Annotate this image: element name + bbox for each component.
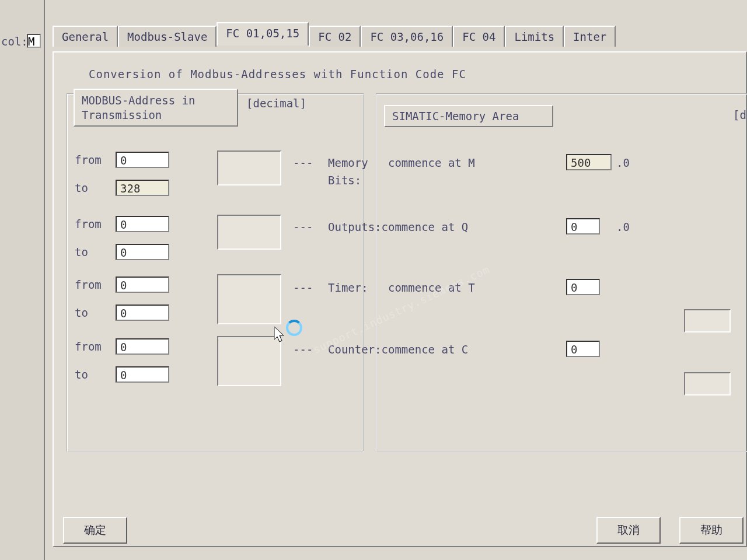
row2-from-field[interactable]: 0	[116, 216, 169, 232]
row1-from-field[interactable]: 0	[116, 152, 169, 168]
row2-display-box	[217, 215, 281, 250]
row1-to: to 328	[75, 180, 169, 196]
simatic-memory-group	[376, 93, 747, 452]
memory-bits-label: Memory commence at M	[328, 156, 475, 169]
from-label-4: from	[75, 340, 110, 353]
row1-display-box	[217, 150, 281, 186]
tab-limits[interactable]: Limits	[505, 26, 564, 47]
to-label-4: to	[75, 368, 110, 381]
from-label: from	[75, 153, 110, 166]
timer-t-field[interactable]: 0	[566, 279, 600, 295]
panel-title: Conversion of Modbus-Addresses with Func…	[89, 68, 734, 80]
decimal-label-right: [decimal	[733, 108, 747, 121]
outputs-q-field[interactable]: 0	[566, 218, 600, 235]
to-label-3: to	[75, 306, 110, 319]
outputs-q-suffix: .0	[616, 220, 630, 233]
modbus-address-legend: MODBUS-Address in Transmission	[74, 89, 238, 127]
tab-inter[interactable]: Inter	[564, 26, 616, 47]
outputs-label: Outputs:commence at Q	[328, 220, 468, 233]
row1-dashes: ---	[293, 156, 313, 169]
tab-panel: Conversion of Modbus-Addresses with Func…	[53, 51, 747, 547]
timer-label: Timer: commence at T	[328, 281, 475, 294]
row1-to-field[interactable]: 328	[116, 180, 169, 196]
row2-from: from 0	[75, 216, 169, 232]
row3-from: from 0	[75, 276, 169, 293]
ok-button[interactable]: 确定	[63, 517, 127, 544]
row1-from: from 0	[75, 152, 169, 168]
decimal-label-left: [decimal]	[246, 97, 306, 110]
row2-to-field[interactable]: 0	[116, 244, 169, 260]
memory-m-suffix: .0	[616, 156, 630, 169]
row4-to-field[interactable]: 0	[116, 366, 169, 383]
tab-modbus-slave[interactable]: Modbus-Slave	[118, 26, 217, 47]
col-input[interactable]: M	[27, 34, 41, 48]
tab-general[interactable]: General	[53, 26, 118, 47]
row4-to: to 0	[75, 366, 169, 383]
tab-fc04[interactable]: FC 04	[453, 26, 505, 47]
row2-to: to 0	[75, 244, 169, 260]
help-button[interactable]: 帮助	[679, 517, 743, 544]
row3-from-field[interactable]: 0	[116, 276, 169, 293]
cancel-button[interactable]: 取消	[596, 517, 661, 544]
row4-from-field[interactable]: 0	[116, 338, 169, 355]
busy-ring-icon	[286, 320, 302, 336]
col-label: col:	[1, 35, 28, 48]
legend-line1: MODBUS-Address in	[82, 94, 195, 107]
row4-display-box	[217, 336, 281, 386]
tab-fc01-05-15[interactable]: FC 01,05,15	[217, 22, 309, 46]
from-label-2: from	[75, 218, 110, 230]
legend-line2: Transmission	[82, 108, 162, 121]
to-label-2: to	[75, 246, 110, 258]
counter-label: Counter:commence at C	[328, 343, 468, 356]
to-label: to	[75, 181, 110, 194]
from-label-3: from	[75, 278, 110, 291]
right-extra-box-2	[684, 372, 731, 396]
memory-m-field[interactable]: 500	[566, 154, 612, 170]
tab-strip: General Modbus-Slave FC 01,05,15 FC 02 F…	[53, 22, 616, 46]
row3-dashes: ---	[293, 281, 313, 294]
row4-dashes: ---	[293, 343, 313, 356]
row3-to: to 0	[75, 304, 169, 321]
memory-bits-label2: Bits:	[328, 174, 361, 187]
row4-from: from 0	[75, 338, 169, 355]
tab-fc02[interactable]: FC 02	[309, 26, 361, 47]
simatic-memory-legend: SIMATIC-Memory Area	[384, 105, 553, 127]
row3-to-field[interactable]: 0	[116, 304, 169, 321]
modbus-address-group	[67, 93, 364, 452]
tab-fc03-06-16[interactable]: FC 03,06,16	[361, 26, 453, 47]
row2-dashes: ---	[293, 220, 313, 233]
right-extra-box-1	[684, 309, 731, 332]
row3-display-box	[217, 274, 281, 324]
counter-c-field[interactable]: 0	[566, 341, 600, 357]
